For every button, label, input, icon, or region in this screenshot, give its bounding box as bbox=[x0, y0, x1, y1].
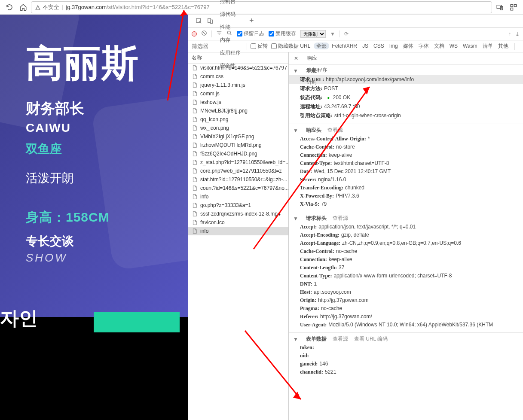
request-row[interactable]: ieshow.js bbox=[188, 98, 288, 107]
request-row[interactable]: stat.htm?id=1279110550&r=&lg=zh-... bbox=[188, 175, 288, 184]
throttle-select[interactable]: 无限制 bbox=[300, 30, 326, 38]
request-row[interactable]: comm.css bbox=[188, 72, 288, 81]
filter-type-JS[interactable]: JS bbox=[360, 43, 371, 49]
add-tab-button[interactable]: + bbox=[249, 16, 254, 25]
inspect-icon[interactable] bbox=[193, 18, 205, 24]
request-row[interactable]: z_stat.php?id=1279110550&web_id=... bbox=[188, 158, 288, 167]
korean-text: 자인 bbox=[0, 306, 38, 331]
request-row[interactable]: sssf-zcdrqnxzsrms-index-12-8.mp4 bbox=[188, 210, 288, 218]
request-row[interactable]: MNewLBJfJjr8rjj.png bbox=[188, 107, 288, 115]
qr-icon[interactable] bbox=[508, 1, 520, 13]
devtools-panel: 网络✕元素控制台源代码性能内存应用程序安全性 + 保留日志 禁用缓存 无限制 ▼… bbox=[188, 15, 523, 420]
kv-row: Connection:keep-alive bbox=[289, 151, 523, 159]
kv-row: token: bbox=[289, 344, 523, 352]
request-row[interactable]: lrzhowMQDUTHqMRd.png bbox=[188, 141, 288, 149]
insecure-label: 不安全 bbox=[43, 3, 59, 11]
request-row[interactable]: go.php?z=33333&a=1 bbox=[188, 201, 288, 210]
kv-row: Accept-Encoding:gzip, deflate bbox=[289, 231, 523, 239]
filter-type-Fetch/XHR[interactable]: Fetch/XHR bbox=[329, 43, 360, 49]
record-button[interactable] bbox=[192, 31, 197, 37]
kv-row: Content-Type:application/x-www-form-urle… bbox=[289, 272, 523, 280]
close-detail-button[interactable]: ✕ bbox=[291, 55, 301, 61]
kv-row: Origin:http://jg.37gowan.com bbox=[289, 296, 523, 304]
svg-rect-4 bbox=[511, 8, 513, 10]
kv-row: Referer:http://jg.37gowan.com/ bbox=[289, 313, 523, 321]
wifi-icon[interactable]: ⟳ bbox=[344, 31, 349, 37]
kv-row: Date:Wed, 15 Dec 2021 12:40:17 GMT bbox=[289, 167, 523, 176]
responsive-icon[interactable] bbox=[494, 1, 506, 13]
device-icon[interactable] bbox=[205, 18, 216, 24]
devtools-tab-2[interactable]: 控制台 bbox=[216, 0, 245, 8]
devtools-tab-3[interactable]: 源代码 bbox=[216, 8, 245, 21]
filter-type-其他[interactable]: 其他 bbox=[495, 43, 511, 49]
kv-row: Cache-Control:no-store bbox=[289, 143, 523, 151]
kv-row: Pragma:no-cache bbox=[289, 304, 523, 313]
filter-type-Img[interactable]: Img bbox=[387, 43, 401, 49]
detail-tab-4[interactable]: 计时 bbox=[303, 76, 332, 88]
request-row[interactable]: wx_icon.png bbox=[188, 124, 288, 132]
request-row[interactable]: f5zz6Q2Ie4OdHHJD.png bbox=[188, 149, 288, 158]
kv-row: uid: bbox=[289, 352, 523, 360]
view-url-encoded-link[interactable]: 查看 URL 编码 bbox=[354, 335, 388, 343]
filter-type-媒体[interactable]: 媒体 bbox=[401, 43, 416, 49]
action-button[interactable] bbox=[94, 312, 180, 332]
filter-type-清单[interactable]: 清单 bbox=[480, 43, 495, 49]
request-row[interactable]: VMbIX2IgLjX1qtGF.png bbox=[188, 132, 288, 141]
svg-rect-2 bbox=[511, 4, 513, 6]
filter-type-文档[interactable]: 文档 bbox=[431, 43, 447, 49]
view-source-link[interactable]: 查看源 bbox=[333, 215, 348, 222]
kv-row: 引用站点策略:stri t-origin-when-cross-origin bbox=[289, 111, 523, 120]
filter-type-全部[interactable]: 全部 bbox=[314, 43, 329, 49]
view-source-link[interactable]: 查看源 bbox=[333, 335, 348, 343]
kv-row: X-Via-S:79 bbox=[289, 200, 523, 208]
kv-row: Cache-Control:no-cache bbox=[289, 247, 523, 256]
kv-row: Accept-Language:zh-CN,zh;q=0.9,en;q=0.8,… bbox=[289, 239, 523, 247]
insecure-badge: 不安全 bbox=[35, 3, 59, 11]
home-button[interactable] bbox=[17, 1, 29, 13]
kv-row: Content-Length:37 bbox=[289, 264, 523, 272]
request-row[interactable]: comm.js bbox=[188, 89, 288, 98]
kv-row: User-Agent:Mozilla/5.0 (Windows NT 10.0;… bbox=[289, 321, 523, 329]
filter-type-字体[interactable]: 字体 bbox=[416, 43, 431, 49]
section-request-headers: ▼请求标头查看源 Accept:application/json, text/j… bbox=[289, 212, 523, 333]
url-text: jg.37gowan.com/stf/visitor.html?id=146&s… bbox=[66, 4, 209, 10]
kv-row: Server:nginx/1.16.0 bbox=[289, 176, 523, 184]
devtools-tab-4[interactable]: 性能 bbox=[216, 21, 245, 34]
download-icon[interactable]: ⤓ bbox=[515, 31, 520, 37]
detail-tab-3[interactable]: 发起程序 bbox=[303, 64, 332, 76]
kv-row: DNT:1 bbox=[289, 280, 523, 288]
request-row[interactable]: favicon.ico bbox=[188, 218, 288, 227]
refresh-button[interactable] bbox=[3, 1, 15, 13]
speciality: 专长交谈 bbox=[26, 233, 188, 250]
devtools-tab-6[interactable]: 应用程序 bbox=[216, 47, 245, 60]
devtools-tab-7[interactable]: 安全性 bbox=[216, 60, 245, 73]
request-row[interactable]: core.php?web_id=1279110550&t=z bbox=[188, 167, 288, 175]
request-row[interactable]: info bbox=[188, 192, 288, 201]
request-row[interactable]: count?id=146&s=5221&c=76797&no... bbox=[188, 184, 288, 192]
page-preview: 高丽斯 财务部长 CAIWU 双鱼座 活泼开朗 身高：158CM 专长交谈 SH… bbox=[0, 15, 188, 420]
request-row[interactable]: info bbox=[188, 227, 288, 235]
kv-row: X-Powered-By:PHP/7.3.6 bbox=[289, 192, 523, 200]
role-en: CAIWU bbox=[26, 121, 188, 135]
filter-type-WS[interactable]: WS bbox=[447, 43, 460, 49]
devtools-tab-5[interactable]: 内存 bbox=[216, 34, 245, 47]
request-row[interactable]: jquery-1.11.3.min.js bbox=[188, 81, 288, 89]
filter-type-Wasm[interactable]: Wasm bbox=[460, 43, 480, 49]
upload-icon[interactable]: ↑ bbox=[508, 31, 511, 37]
view-source-link[interactable]: 查看源 bbox=[327, 127, 343, 134]
role-cn: 财务部长 bbox=[26, 99, 188, 119]
kv-row: Connection:keep-alive bbox=[289, 256, 523, 264]
request-row[interactable]: qq_icon.png bbox=[188, 115, 288, 124]
disable-cache-checkbox[interactable]: 禁用缓存 bbox=[269, 30, 296, 37]
clear-button[interactable] bbox=[201, 30, 207, 37]
hide-data-checkbox[interactable]: 隐藏数据 URL bbox=[271, 43, 310, 50]
kv-row: gameid:146 bbox=[289, 360, 523, 368]
kv-row: 状态代码: ● 200 OK bbox=[289, 93, 523, 102]
address-bar[interactable]: 不安全 | jg.37gowan.com/stf/visitor.html?id… bbox=[31, 1, 492, 13]
invert-checkbox[interactable]: 反转 bbox=[251, 43, 268, 50]
show-label: SHOW bbox=[26, 251, 188, 265]
filter-type-CSS[interactable]: CSS bbox=[371, 43, 387, 49]
kv-row: Accept:application/json, text/javascript… bbox=[289, 223, 523, 231]
svg-rect-3 bbox=[514, 4, 517, 6]
detail-tab-2[interactable]: 响应 bbox=[303, 52, 332, 64]
